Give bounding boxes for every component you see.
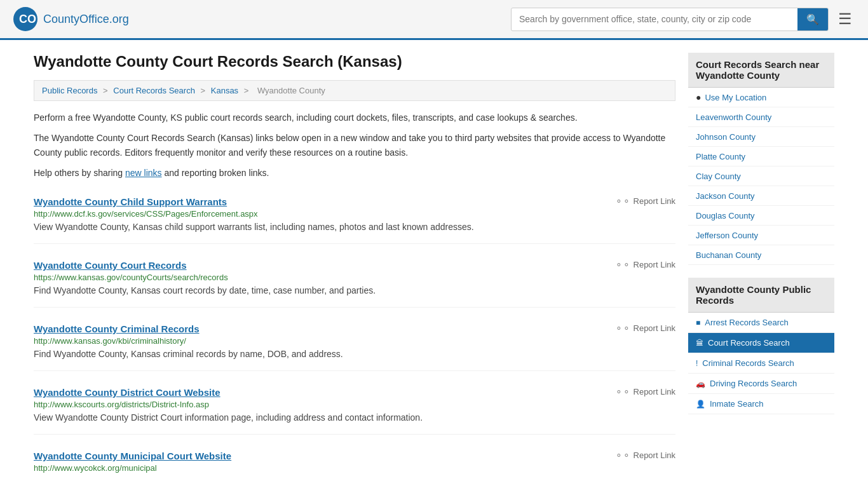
report-link-label-0: Report Link (634, 196, 675, 206)
record-url-1: https://www.kansas.gov/countyCourts/sear… (34, 273, 675, 282)
arrest-icon: ■ (696, 318, 700, 327)
report-link-icon-2: ⚬⚬ (615, 323, 630, 334)
nearby-link-0[interactable]: Leavenworth County (688, 107, 834, 127)
pr-item-1[interactable]: 🏛 Court Records Search (688, 333, 834, 353)
menu-icon[interactable]: ☰ (835, 7, 855, 31)
report-link-label-2: Report Link (634, 323, 675, 333)
nearby-link-4[interactable]: Jackson County (688, 186, 834, 206)
header: CO CountyOffice.org 🔍 ☰ (0, 0, 868, 40)
pr-item-0[interactable]: ■ Arrest Records Search (688, 313, 834, 333)
record-url-0: http://www.dcf.ks.gov/services/CSS/Pages… (34, 209, 675, 219)
pr-label-4: Inmate Search (710, 399, 764, 409)
record-entry-1: Wyandotte County Court Records ⚬⚬ Report… (34, 260, 675, 308)
record-header-1: Wyandotte County Court Records ⚬⚬ Report… (34, 260, 675, 271)
search-input[interactable] (512, 9, 797, 29)
use-location-link[interactable]: Use My Location (705, 93, 766, 102)
report-link-3[interactable]: ⚬⚬ Report Link (615, 387, 675, 397)
pr-label-0: Arrest Records Search (705, 318, 789, 327)
pr-link-0[interactable]: ■ Arrest Records Search (696, 318, 827, 327)
pr-item-3[interactable]: 🚗 Driving Records Search (688, 374, 834, 394)
main-container: Wyandotte County Court Records Search (K… (21, 40, 847, 488)
nearby-links: ● Use My Location Leavenworth County Joh… (688, 88, 834, 265)
pr-label-3: Driving Records Search (710, 379, 797, 388)
record-title-1: Wyandotte County Court Records (34, 260, 187, 271)
record-desc-3: View Wyandotte County District Court inf… (34, 411, 675, 424)
breadcrumb-court-records-search[interactable]: Court Records Search (113, 86, 195, 95)
report-link-label-1: Report Link (634, 260, 675, 269)
record-link-2[interactable]: Wyandotte County Criminal Records (34, 323, 200, 334)
record-header-4: Wyandotte County Municipal Court Website… (34, 451, 675, 461)
search-button[interactable]: 🔍 (797, 8, 828, 30)
record-header-0: Wyandotte County Child Support Warrants … (34, 196, 675, 207)
pr-item-4[interactable]: 👤 Inmate Search (688, 394, 834, 414)
description2: The Wyandotte County Court Records Searc… (34, 131, 675, 159)
record-header-2: Wyandotte County Criminal Records ⚬⚬ Rep… (34, 323, 675, 334)
logo-icon: CO (13, 6, 38, 32)
nearby-section-title: Court Records Search near Wyandotte Coun… (688, 53, 834, 88)
record-link-3[interactable]: Wyandotte County District Court Website (34, 387, 220, 398)
criminal-icon: ! (696, 359, 698, 368)
record-url-2: http://www.kansas.gov/kbi/criminalhistor… (34, 336, 675, 346)
nearby-link-3[interactable]: Clay County (688, 166, 834, 186)
record-title-0: Wyandotte County Child Support Warrants (34, 196, 227, 207)
pr-item-2[interactable]: ! Criminal Records Search (688, 353, 834, 374)
public-records-links: ■ Arrest Records Search 🏛 Court Records … (688, 313, 834, 414)
record-entry-3: Wyandotte County District Court Website … (34, 387, 675, 435)
report-link-4[interactable]: ⚬⚬ Report Link (615, 451, 675, 461)
pr-label-2: Criminal Records Search (702, 358, 794, 368)
pr-link-2[interactable]: ! Criminal Records Search (696, 358, 827, 368)
public-records-section: Wyandotte County Public Records ■ Arrest… (688, 278, 834, 414)
desc3-post: and reporting broken links. (162, 168, 269, 178)
report-link-2[interactable]: ⚬⚬ Report Link (615, 323, 675, 334)
record-link-0[interactable]: Wyandotte County Child Support Warrants (34, 196, 227, 207)
record-link-4[interactable]: Wyandotte County Municipal Court Website (34, 451, 231, 461)
location-icon: ● (696, 92, 701, 102)
breadcrumb-sep1: > (103, 86, 110, 95)
breadcrumb-public-records[interactable]: Public Records (42, 86, 97, 95)
record-url-4: http://www.wycokck.org/municipal (34, 463, 675, 473)
record-title-3: Wyandotte County District Court Website (34, 387, 220, 398)
report-link-icon-3: ⚬⚬ (615, 387, 630, 397)
record-entry-0: Wyandotte County Child Support Warrants … (34, 196, 675, 244)
inmate-icon: 👤 (696, 400, 705, 409)
record-title-4: Wyandotte County Municipal Court Website (34, 451, 231, 461)
nearby-link-6[interactable]: Jefferson County (688, 226, 834, 245)
search-bar: 🔍 (511, 8, 829, 31)
record-url-3: http://www.kscourts.org/districts/Distri… (34, 400, 675, 409)
record-header-3: Wyandotte County District Court Website … (34, 387, 675, 398)
record-title-2: Wyandotte County Criminal Records (34, 323, 200, 334)
record-desc-0: View Wyandotte County, Kansas child supp… (34, 220, 675, 234)
report-link-icon-0: ⚬⚬ (615, 196, 630, 207)
report-link-label-4: Report Link (634, 451, 675, 460)
report-link-0[interactable]: ⚬⚬ Report Link (615, 196, 675, 207)
court-icon: 🏛 (696, 339, 703, 348)
page-title: Wyandotte County Court Records Search (K… (34, 53, 675, 71)
report-link-icon-1: ⚬⚬ (615, 260, 630, 270)
new-links-link[interactable]: new links (125, 168, 162, 178)
driving-icon: 🚗 (696, 379, 705, 388)
breadcrumb: Public Records > Court Records Search > … (34, 80, 675, 101)
nearby-link-5[interactable]: Douglas County (688, 206, 834, 226)
report-link-icon-4: ⚬⚬ (615, 451, 630, 461)
svg-text:CO: CO (19, 13, 36, 25)
record-entry-2: Wyandotte County Criminal Records ⚬⚬ Rep… (34, 323, 675, 371)
description1: Perform a free Wyandotte County, KS publ… (34, 111, 675, 125)
description3: Help others by sharing new links and rep… (34, 166, 675, 180)
breadcrumb-sep3: > (244, 86, 251, 95)
nearby-link-1[interactable]: Johnson County (688, 127, 834, 147)
record-link-1[interactable]: Wyandotte County Court Records (34, 260, 187, 271)
nearby-link-2[interactable]: Platte County (688, 147, 834, 166)
record-entry-4: Wyandotte County Municipal Court Website… (34, 451, 675, 484)
nearby-link-7[interactable]: Buchanan County (688, 245, 834, 265)
breadcrumb-kansas[interactable]: Kansas (211, 86, 238, 95)
header-search-area: 🔍 ☰ (511, 7, 855, 31)
record-desc-1: Find Wyandotte County, Kansas court reco… (34, 284, 675, 297)
report-link-1[interactable]: ⚬⚬ Report Link (615, 260, 675, 270)
pr-link-1[interactable]: 🏛 Court Records Search (696, 338, 827, 348)
pr-link-3[interactable]: 🚗 Driving Records Search (696, 379, 827, 388)
sidebar: Court Records Search near Wyandotte Coun… (688, 53, 834, 484)
pr-link-4[interactable]: 👤 Inmate Search (696, 399, 827, 409)
use-location-item[interactable]: ● Use My Location (688, 88, 834, 107)
use-location[interactable]: ● Use My Location (696, 92, 827, 102)
report-link-label-3: Report Link (634, 387, 675, 396)
